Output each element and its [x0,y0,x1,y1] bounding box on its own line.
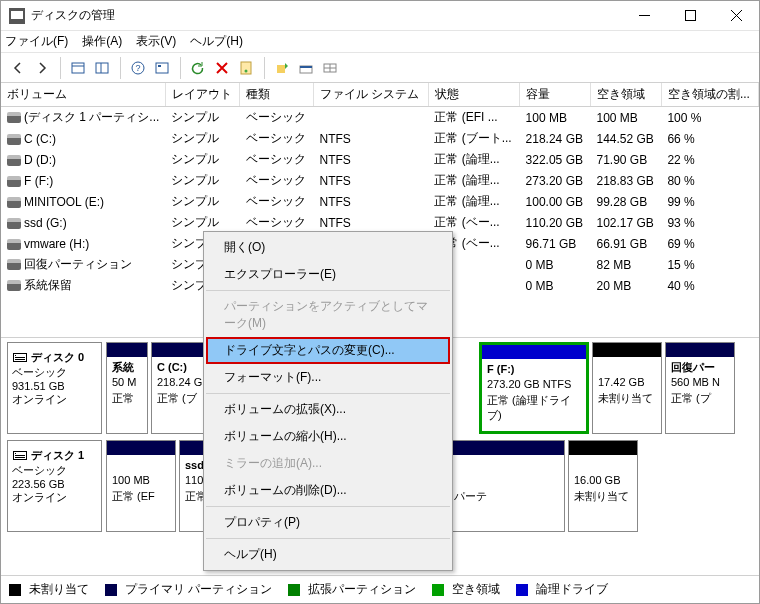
column-header[interactable]: 状態 [428,83,519,107]
disk-icon: 🖴 [12,445,28,462]
legend: 未割り当てプライマリ パーティション拡張パーティション空き領域論理ドライブ [1,575,759,603]
volume-icon [7,176,21,187]
legend-label: プライマリ パーティション [125,581,272,598]
disk-header[interactable]: 🖴 ディスク 0ベーシック931.51 GBオンライン [7,342,102,434]
partition-color-bar [593,343,661,357]
window-title: ディスクの管理 [31,7,621,24]
svg-rect-2 [96,63,108,73]
partition[interactable]: F (F:)273.20 GB NTFS正常 (論理ドライブ) [479,342,589,434]
svg-rect-0 [685,11,695,21]
volume-row[interactable]: (ディスク 1 パーティシ...シンプルベーシック正常 (EFI ...100 … [1,107,759,129]
svg-rect-5 [156,63,168,73]
context-menu-item[interactable]: フォーマット(F)... [206,364,450,391]
context-menu-item: ミラーの追加(A)... [206,450,450,477]
legend-swatch [432,584,444,596]
volume-icon [7,134,21,145]
context-menu-item[interactable]: プロパティ(P) [206,509,450,536]
column-header[interactable]: 空き領域の割... [661,83,758,107]
toolbar: ? [1,53,759,83]
volume-row[interactable]: C (C:)シンプルベーシックNTFS正常 (ブート...218.24 GB14… [1,128,759,149]
context-menu-item[interactable]: ボリュームの拡張(X)... [206,396,450,423]
volume-icon [7,239,21,250]
maximize-button[interactable] [667,1,713,31]
disk-icon: 🖴 [12,347,28,364]
panel-button-2[interactable] [91,57,113,79]
partition-color-bar [666,343,734,357]
volume-row[interactable]: MINITOOL (E:)シンプルベーシックNTFS正常 (論理...100.0… [1,191,759,212]
action-button-3[interactable] [319,57,341,79]
minimize-button[interactable] [621,1,667,31]
partition[interactable]: 回復パー560 MB N正常 (プ [665,342,735,434]
legend-label: 拡張パーティション [308,581,416,598]
column-header[interactable]: レイアウト [165,83,240,107]
settings-button[interactable] [151,57,173,79]
legend-swatch [9,584,21,596]
delete-button[interactable] [211,57,233,79]
column-header[interactable]: ファイル システム [314,83,429,107]
volume-row[interactable]: D (D:)シンプルベーシックNTFS正常 (論理...322.05 GB71.… [1,149,759,170]
partition-color-bar [107,441,175,455]
action-button-1[interactable] [271,57,293,79]
volume-row[interactable]: ssd (G:)シンプルベーシックNTFS正常 (ベー...110.20 GB1… [1,212,759,233]
legend-label: 論理ドライブ [536,581,608,598]
partition-color-bar [569,441,637,455]
svg-rect-11 [300,66,312,68]
volume-icon [7,155,21,166]
volume-icon [7,197,21,208]
menu-help[interactable]: ヘルプ(H) [190,33,243,50]
partition[interactable]: 16.00 GB未割り当て [568,440,638,532]
menu-file[interactable]: ファイル(F) [5,33,68,50]
menu-action[interactable]: 操作(A) [82,33,122,50]
panel-button-1[interactable] [67,57,89,79]
forward-button[interactable] [31,57,53,79]
legend-label: 空き領域 [452,581,500,598]
menu-view[interactable]: 表示(V) [136,33,176,50]
partition-color-bar [107,343,147,357]
svg-point-8 [245,69,248,72]
column-header[interactable]: 種類 [240,83,314,107]
legend-label: 未割り当て [29,581,89,598]
volume-row[interactable]: F (F:)シンプルベーシックNTFS正常 (論理...273.20 GB218… [1,170,759,191]
partition[interactable]: 100 MB正常 (EF [106,440,176,532]
volume-icon [7,259,21,270]
svg-rect-9 [277,65,285,73]
svg-text:?: ? [135,63,140,73]
legend-swatch [516,584,528,596]
title-bar: ディスクの管理 [1,1,759,31]
context-menu-item: パーティションをアクティブとしてマーク(M) [206,293,450,337]
app-icon [9,8,25,24]
svg-rect-1 [72,63,84,73]
column-header[interactable]: ボリューム [1,83,165,107]
legend-swatch [105,584,117,596]
legend-swatch [288,584,300,596]
context-menu-item[interactable]: ヘルプ(H) [206,541,450,568]
volume-icon [7,218,21,229]
help-button[interactable]: ? [127,57,149,79]
action-button-2[interactable] [295,57,317,79]
partition[interactable]: 17.42 GB未割り当て [592,342,662,434]
volume-icon [7,112,21,123]
context-menu: 開く(O)エクスプローラー(E)パーティションをアクティブとしてマーク(M)ドラ… [203,231,453,571]
context-menu-item[interactable]: ボリュームの縮小(H)... [206,423,450,450]
partition-color-bar [482,345,586,359]
context-menu-item[interactable]: エクスプローラー(E) [206,261,450,288]
back-button[interactable] [7,57,29,79]
context-menu-item[interactable]: ドライブ文字とパスの変更(C)... [206,337,450,364]
window-buttons [621,1,759,31]
context-menu-item[interactable]: ボリュームの削除(D)... [206,477,450,504]
properties-button[interactable] [235,57,257,79]
partition[interactable]: 系統50 M正常 [106,342,148,434]
menu-bar: ファイル(F) 操作(A) 表示(V) ヘルプ(H) [1,31,759,53]
disk-header[interactable]: 🖴 ディスク 1ベーシック223.56 GBオンライン [7,440,102,532]
svg-rect-6 [158,65,161,67]
close-button[interactable] [713,1,759,31]
refresh-button[interactable] [187,57,209,79]
context-menu-item[interactable]: 開く(O) [206,234,450,261]
volume-icon [7,280,21,291]
column-header[interactable]: 容量 [520,83,591,107]
column-header[interactable]: 空き領域 [590,83,661,107]
